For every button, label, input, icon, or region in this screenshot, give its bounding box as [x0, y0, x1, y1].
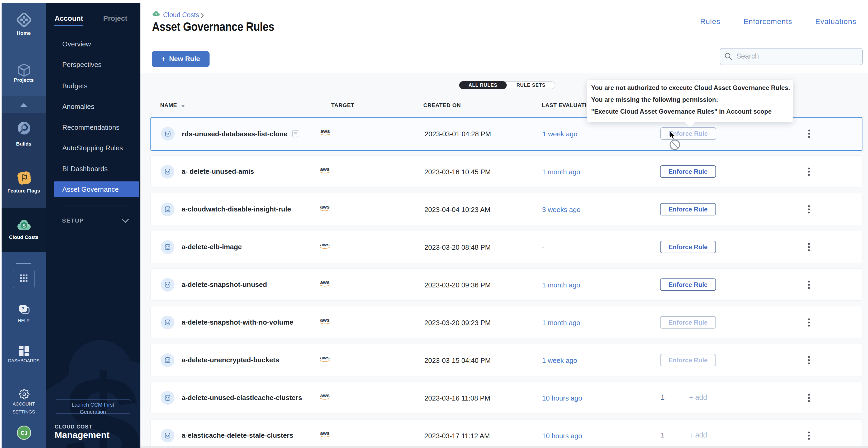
- svg-text:?: ?: [22, 307, 24, 311]
- svg-text:aws: aws: [320, 355, 330, 360]
- svg-text:aws: aws: [320, 242, 330, 247]
- svg-text:$: $: [155, 13, 157, 16]
- svg-text:$: $: [23, 222, 26, 229]
- svg-text:aws: aws: [320, 392, 330, 398]
- svg-text:aws: aws: [320, 129, 330, 134]
- svg-text:aws: aws: [320, 317, 330, 323]
- svg-text:aws: aws: [320, 279, 330, 285]
- svg-text:aws: aws: [320, 166, 330, 172]
- svg-text:aws: aws: [320, 204, 330, 210]
- svg-text:aws: aws: [320, 430, 330, 436]
